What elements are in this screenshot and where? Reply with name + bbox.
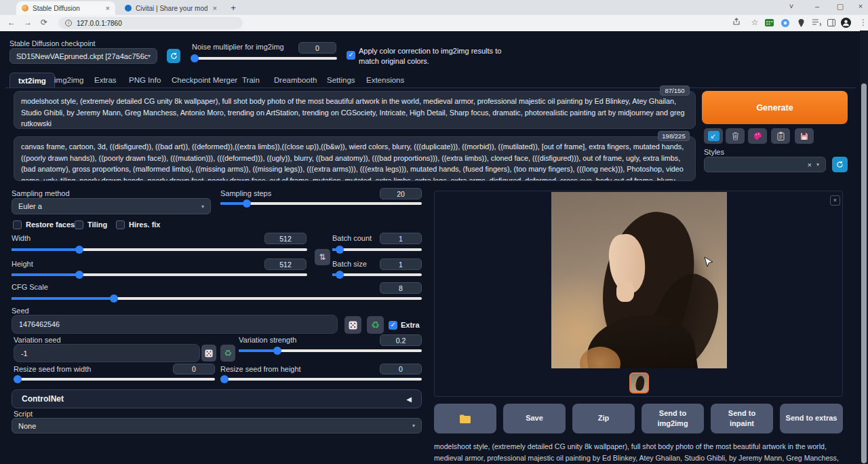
- extra-networks-button[interactable]: [748, 128, 767, 144]
- variation-reuse-seed-button[interactable]: ♻: [220, 345, 235, 362]
- slider-handle[interactable]: [110, 294, 118, 303]
- bookmark-star-icon[interactable]: ☆: [749, 18, 761, 27]
- negative-prompt-input[interactable]: canvas frame, cartoon, 3d, ((disfigured)…: [14, 136, 696, 181]
- reload-icon[interactable]: ⟳: [38, 18, 50, 27]
- paste-params-button[interactable]: ↙: [704, 128, 723, 144]
- prompt-input[interactable]: modelshoot style, (extremely detailed CG…: [14, 91, 696, 129]
- tab-checkpoint-merger[interactable]: Checkpoint Merger: [172, 73, 237, 88]
- slider-handle[interactable]: [243, 199, 251, 208]
- tab-dreambooth[interactable]: Dreambooth: [274, 73, 317, 88]
- extra-seed-checkbox[interactable]: [389, 321, 397, 330]
- slider-handle[interactable]: [14, 375, 22, 383]
- tiling-checkbox[interactable]: [75, 220, 83, 229]
- slider-handle[interactable]: [75, 271, 83, 279]
- tab-img2img[interactable]: img2img: [54, 73, 83, 88]
- window-minimize-button[interactable]: –: [811, 2, 823, 10]
- styles-refresh-button[interactable]: [832, 157, 848, 172]
- noise-multiplier-slider[interactable]: [192, 57, 337, 60]
- open-folder-button[interactable]: [434, 404, 496, 433]
- tab-png-info[interactable]: PNG Info: [129, 73, 161, 88]
- browser-tab-stable-diffusion[interactable]: Stable Diffusion ×: [16, 1, 115, 15]
- batch-size-slider[interactable]: [332, 273, 422, 276]
- noise-multiplier-value[interactable]: [298, 42, 336, 54]
- tab-settings[interactable]: Settings: [327, 73, 355, 88]
- clear-prompt-button[interactable]: [726, 128, 745, 144]
- gallery-thumbnail-selected[interactable]: [629, 372, 649, 393]
- color-correction-checkbox[interactable]: [347, 51, 355, 60]
- resize-seed-width-value[interactable]: [173, 364, 215, 374]
- sampling-steps-value[interactable]: [380, 188, 422, 199]
- site-info-icon[interactable]: i: [65, 20, 72, 26]
- variation-strength-slider[interactable]: [239, 349, 422, 352]
- blue-dot-extension-icon[interactable]: [781, 19, 793, 27]
- height-value[interactable]: [264, 258, 307, 270]
- variation-strength-value[interactable]: [380, 334, 422, 346]
- variation-seed-input[interactable]: [14, 344, 200, 362]
- tab-train[interactable]: Train: [242, 73, 260, 88]
- slider-handle[interactable]: [220, 375, 229, 383]
- width-slider[interactable]: [12, 248, 307, 251]
- send-to-inpaint-button[interactable]: Send to inpaint: [711, 404, 773, 433]
- cfg-scale-slider[interactable]: [12, 297, 422, 300]
- slider-handle[interactable]: [273, 347, 281, 355]
- browser-tab-civitai[interactable]: Civitai | Share your models ×: [119, 1, 222, 15]
- pin-extension-icon[interactable]: [797, 19, 810, 27]
- tab-extras[interactable]: Extras: [94, 73, 117, 88]
- cfg-scale-value[interactable]: [380, 282, 422, 294]
- scrollbar-track[interactable]: [860, 31, 868, 464]
- window-close-button[interactable]: ×: [854, 2, 867, 10]
- new-tab-button[interactable]: +: [228, 3, 239, 14]
- generated-image[interactable]: [551, 192, 727, 368]
- tab-txt2img[interactable]: txt2img: [9, 73, 55, 88]
- sampling-method-dropdown[interactable]: Euler a ▾: [12, 198, 211, 214]
- styles-dropdown[interactable]: × ▾: [704, 157, 826, 172]
- slider-handle[interactable]: [75, 246, 83, 254]
- slider-handle[interactable]: [336, 271, 344, 279]
- tab-close-icon[interactable]: ×: [100, 4, 110, 12]
- script-dropdown[interactable]: None ▾: [12, 418, 422, 433]
- height-slider[interactable]: [12, 273, 307, 276]
- forward-icon[interactable]: →: [22, 18, 34, 27]
- batch-count-value[interactable]: [380, 233, 422, 244]
- send-to-img2img-button[interactable]: Send to img2img: [642, 404, 704, 433]
- back-icon[interactable]: ←: [5, 18, 18, 27]
- send-to-extras-button[interactable]: Send to extras: [780, 404, 843, 433]
- random-seed-button[interactable]: [344, 316, 361, 334]
- share-icon[interactable]: [732, 18, 745, 26]
- resize-seed-height-value[interactable]: [380, 364, 422, 374]
- generate-button[interactable]: Generate: [702, 91, 848, 124]
- zip-button[interactable]: Zip: [572, 404, 635, 433]
- batch-size-value[interactable]: [380, 258, 422, 270]
- sampling-steps-slider[interactable]: [220, 202, 422, 205]
- slider-handle[interactable]: [191, 54, 199, 62]
- window-chevron-icon[interactable]: ˅: [785, 2, 797, 10]
- reading-list-icon[interactable]: [812, 19, 825, 26]
- batch-count-slider[interactable]: [332, 248, 422, 251]
- reuse-seed-button[interactable]: ♻: [367, 316, 384, 334]
- tab-close-icon[interactable]: ×: [208, 4, 217, 12]
- width-value[interactable]: [264, 233, 307, 244]
- apply-style-button[interactable]: [771, 128, 790, 144]
- checkpoint-dropdown[interactable]: SD15NewVAEpruned.ckpt [27a4ac756c] ▾: [9, 48, 157, 64]
- variation-random-seed-button[interactable]: [201, 345, 216, 362]
- save-style-button[interactable]: [795, 128, 814, 144]
- swap-dimensions-button[interactable]: ⇅: [315, 249, 330, 265]
- clear-styles-icon[interactable]: ×: [808, 161, 812, 169]
- browser-menu-icon[interactable]: ⋮: [857, 18, 868, 27]
- controlnet-accordion[interactable]: ControlNet ◀: [12, 389, 422, 408]
- slider-handle[interactable]: [336, 246, 344, 254]
- seed-input[interactable]: [12, 315, 338, 334]
- resize-seed-height-slider[interactable]: [220, 378, 422, 381]
- window-maximize-button[interactable]: ▢: [834, 2, 846, 11]
- hires-fix-checkbox[interactable]: [116, 220, 125, 229]
- close-image-button[interactable]: ×: [830, 195, 840, 206]
- save-button[interactable]: Save: [503, 404, 566, 433]
- resize-seed-width-slider[interactable]: [14, 378, 215, 381]
- profile-avatar[interactable]: [841, 18, 853, 28]
- tab-extensions[interactable]: Extensions: [366, 73, 404, 88]
- side-panel-icon[interactable]: [827, 19, 840, 26]
- extension-grid-icon[interactable]: [765, 19, 777, 26]
- scrollbar-thumb[interactable]: [861, 83, 867, 463]
- restore-faces-checkbox[interactable]: [13, 220, 22, 229]
- checkpoint-refresh-button[interactable]: [167, 49, 180, 63]
